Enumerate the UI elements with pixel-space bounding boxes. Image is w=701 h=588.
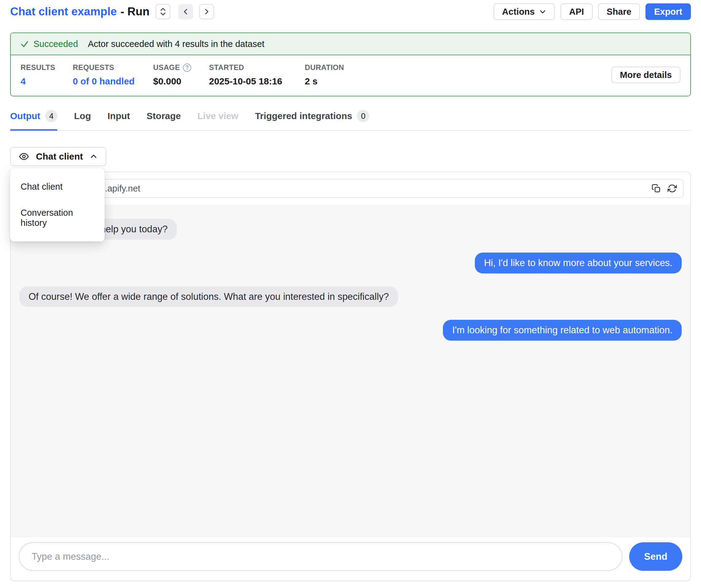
tab-storage[interactable]: Storage xyxy=(147,110,181,130)
chat-message-row: Hello! How can I help you today? xyxy=(19,219,682,240)
export-button-label: Export xyxy=(654,7,682,17)
tab-triggered-integrations[interactable]: Triggered integrations 0 xyxy=(255,110,370,130)
menu-item-conversation-history[interactable]: Conversation history xyxy=(10,200,105,236)
chat-message-row: Of course! We offer a wide range of solu… xyxy=(19,286,682,307)
usage-info-icon[interactable]: ? xyxy=(183,63,191,72)
stat-results-label: RESULTS xyxy=(21,63,73,72)
actions-button-label: Actions xyxy=(502,7,535,17)
top-bar: Chat client example - Run xyxy=(10,3,691,20)
output-view-dropdown-menu: Chat client Conversation history xyxy=(10,168,105,242)
chat-client-widget: ns.apify.net xyxy=(10,172,691,581)
output-view-selector-label: Chat client xyxy=(36,151,83,162)
stat-usage-label: USAGE xyxy=(153,63,180,72)
chevron-down-icon xyxy=(539,8,546,15)
chevron-up-icon xyxy=(89,153,97,161)
tab-storage-label: Storage xyxy=(147,111,181,121)
stat-started: STARTED 2025-10-05 18:16 xyxy=(209,63,305,86)
status-state-label: Succeeded xyxy=(33,39,78,49)
output-view-selector-button[interactable]: Chat client xyxy=(10,147,106,166)
assistant-message-bubble: Of course! We offer a wide range of solu… xyxy=(19,286,398,307)
check-icon xyxy=(20,39,29,48)
run-detail-page: Chat client example - Run xyxy=(0,0,701,587)
chat-message-list: Hello! How can I help you today? Hi, I'd… xyxy=(11,205,690,537)
page-title-run-suffix: - Run xyxy=(121,5,150,18)
stat-started-value: 2025-10-05 18:16 xyxy=(209,76,305,86)
page-title: Chat client example xyxy=(10,5,117,18)
chat-message-row: I'm looking for something related to web… xyxy=(19,320,682,341)
stat-usage: USAGE ? $0.000 xyxy=(153,63,209,86)
share-button[interactable]: Share xyxy=(598,3,640,20)
refresh-icon xyxy=(668,184,677,193)
tab-log[interactable]: Log xyxy=(74,110,91,130)
chevron-right-icon xyxy=(203,8,211,16)
tab-log-label: Log xyxy=(74,111,91,121)
user-message-bubble: I'm looking for something related to web… xyxy=(443,320,682,341)
tab-triggered-integrations-badge: 0 xyxy=(357,110,369,122)
actions-button[interactable]: Actions xyxy=(493,3,555,20)
stat-requests-label: REQUESTS xyxy=(73,63,153,72)
send-button[interactable]: Send xyxy=(629,542,682,571)
run-selector-button[interactable] xyxy=(156,4,170,19)
copy-url-button[interactable] xyxy=(652,184,661,193)
api-button[interactable]: API xyxy=(560,3,593,20)
chat-url-bar: ns.apify.net xyxy=(17,179,684,198)
chevron-left-icon xyxy=(182,8,190,16)
chat-input-bar: Send xyxy=(11,537,690,581)
stat-usage-value: $0.000 xyxy=(153,76,209,86)
eye-icon xyxy=(19,151,29,162)
stat-duration: DURATION 2 s xyxy=(305,63,366,86)
send-button-label: Send xyxy=(644,551,668,562)
stat-results-value[interactable]: 4 xyxy=(21,76,73,86)
tab-live-view: Live view xyxy=(197,110,238,130)
copy-icon xyxy=(652,184,661,193)
run-stats-row: RESULTS 4 REQUESTS 0 of 0 handled USAGE … xyxy=(11,55,690,96)
tab-output-label: Output xyxy=(10,111,40,121)
output-view-selector-wrap: Chat client Chat client Conversation his… xyxy=(10,147,106,166)
chat-message-row: Hi, I'd like to know more about your ser… xyxy=(19,253,682,273)
stat-results: RESULTS 4 xyxy=(21,63,73,86)
api-button-label: API xyxy=(569,7,584,17)
tab-live-view-label: Live view xyxy=(197,111,238,121)
user-message-bubble: Hi, I'd like to know more about your ser… xyxy=(475,253,682,273)
refresh-button[interactable] xyxy=(668,184,677,193)
message-input[interactable] xyxy=(19,542,623,571)
next-run-button[interactable] xyxy=(199,4,214,19)
share-button-label: Share xyxy=(607,7,632,17)
stat-requests: REQUESTS 0 of 0 handled xyxy=(73,63,153,86)
stat-requests-value[interactable]: 0 of 0 handled xyxy=(73,76,153,86)
stat-started-label: STARTED xyxy=(209,63,305,72)
tab-triggered-integrations-label: Triggered integrations xyxy=(255,111,353,121)
export-button[interactable]: Export xyxy=(646,3,691,20)
status-message: Actor succeeded with 4 results in the da… xyxy=(88,39,264,49)
previous-run-button[interactable] xyxy=(178,4,193,19)
more-details-button-label: More details xyxy=(620,70,672,80)
stat-duration-value: 2 s xyxy=(305,76,366,86)
run-tabs: Output 4 Log Input Storage Live view Tri… xyxy=(10,110,691,131)
tab-output[interactable]: Output 4 xyxy=(10,110,57,130)
run-status-card: Succeeded Actor succeeded with 4 results… xyxy=(10,32,691,96)
chat-widget-header: ns.apify.net xyxy=(11,172,690,205)
menu-item-chat-client[interactable]: Chat client xyxy=(10,174,105,200)
tab-input[interactable]: Input xyxy=(107,110,130,130)
more-details-button[interactable]: More details xyxy=(612,67,680,83)
success-banner: Succeeded Actor succeeded with 4 results… xyxy=(11,33,690,55)
tab-input-label: Input xyxy=(107,111,130,121)
top-actions: Actions API Share Export xyxy=(493,3,691,20)
chevron-up-down-icon xyxy=(159,7,167,16)
stat-duration-label: DURATION xyxy=(305,63,366,72)
tab-output-badge: 4 xyxy=(45,110,57,122)
